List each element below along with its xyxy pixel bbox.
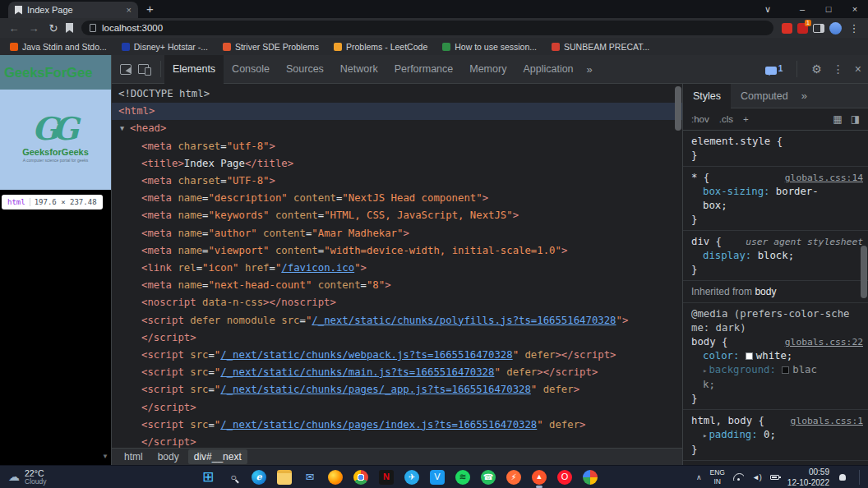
browser-tab[interactable]: Index Page × — [8, 2, 138, 18]
code-line[interactable]: <meta name="keywords" content="HTML, CSS… — [112, 207, 682, 224]
devtools-settings-icon[interactable]: ⚙ — [811, 62, 822, 76]
bookmark-item[interactable]: Problems - LeetCode — [334, 42, 427, 52]
photos-icon[interactable] — [583, 470, 598, 485]
chrome-icon[interactable] — [353, 470, 368, 485]
bookmark-item[interactable]: SUNBEAM PRECAT... — [552, 42, 649, 52]
css-selector[interactable]: body { — [691, 335, 727, 349]
side-panel-icon[interactable] — [813, 24, 824, 33]
inherited-target-link[interactable]: body — [755, 286, 776, 297]
devtools-tab-sources[interactable]: Sources — [278, 55, 332, 84]
code-line[interactable]: </script> — [112, 434, 682, 448]
pseudo-state-toggle[interactable]: :hov — [691, 114, 709, 124]
css-property[interactable]: ▸padding: 0; — [691, 428, 863, 443]
code-line[interactable]: <meta name="next-head-count" content="8"… — [112, 277, 682, 294]
start-icon[interactable]: ⊞ — [201, 470, 215, 485]
new-tab-button[interactable]: + — [146, 2, 154, 16]
class-toggle[interactable]: .cls — [719, 114, 733, 124]
more-tabs-icon[interactable]: » — [582, 63, 598, 76]
device-toolbar-icon[interactable] — [138, 64, 149, 74]
breadcrumb-item[interactable]: html — [118, 449, 149, 464]
devtools-tab-performance[interactable]: Performance — [386, 55, 462, 84]
show-desktop-button[interactable] — [859, 470, 860, 485]
url-text[interactable]: localhost:3000 — [102, 23, 163, 33]
code-line[interactable]: <meta name="viewport" content="width=dev… — [112, 242, 682, 260]
expand-shorthand-icon[interactable]: ▸ — [703, 431, 707, 440]
devtools-close-icon[interactable]: × — [855, 62, 861, 76]
code-line[interactable]: <script defer nomodule src="/_next/stati… — [112, 312, 682, 329]
code-line[interactable]: <meta charset="UTF-8"> — [112, 173, 682, 190]
code-line[interactable]: <script src="/_next/static/chunks/pages/… — [112, 417, 682, 434]
devtools-tab-network[interactable]: Network — [332, 55, 386, 84]
telegram-icon[interactable]: ✈ — [404, 470, 419, 485]
extension-badge-icon[interactable]: 1 — [797, 23, 808, 34]
wifi-icon[interactable] — [733, 473, 744, 481]
browser-menu-icon[interactable]: ⋮ — [847, 22, 861, 35]
devtools-tab-elements[interactable]: Elements — [164, 55, 224, 84]
window-close-button[interactable]: × — [842, 4, 868, 14]
postman-icon[interactable]: ⚡ — [506, 470, 521, 485]
bookmark-item[interactable]: Striver SDE Problems — [223, 42, 319, 52]
bookmark-item[interactable]: How to use session... — [442, 42, 537, 52]
firefox-icon[interactable] — [328, 470, 343, 485]
code-line[interactable]: <meta charset="utf-8"> — [112, 138, 682, 155]
code-line[interactable]: </script> — [112, 399, 682, 417]
file-explorer-icon[interactable] — [277, 470, 292, 485]
maximize-button[interactable]: □ — [815, 4, 842, 14]
language-indicator[interactable]: ENGIN — [710, 468, 725, 485]
bookmark-item[interactable]: Java Stdin and Stdo... — [10, 42, 107, 52]
notification-bell-icon[interactable] — [839, 474, 846, 481]
site-info-icon[interactable] — [90, 24, 96, 32]
code-line[interactable]: <script src="/_next/static/chunks/main.j… — [112, 364, 682, 381]
netflix-icon[interactable]: N — [379, 470, 394, 485]
code-line[interactable]: <title>Index Page</title> — [112, 155, 682, 173]
weather-widget[interactable]: ☁ 22°C Cloudy — [8, 468, 46, 486]
vscode-icon[interactable]: V — [430, 470, 445, 485]
extension-icon[interactable] — [782, 23, 792, 34]
console-drawer-icon[interactable]: 1 — [765, 64, 783, 75]
devtools-menu-icon[interactable]: ⋮ — [833, 62, 844, 76]
forward-button-icon[interactable]: → — [26, 22, 41, 35]
opera-icon[interactable]: O — [557, 470, 572, 485]
css-property[interactable]: ▸background: black; — [691, 363, 863, 392]
stylesheet-link[interactable]: globals.css:14 — [785, 171, 863, 185]
css-property[interactable]: display: block; — [691, 249, 863, 263]
devtools-tab-console[interactable]: Console — [224, 55, 278, 84]
volume-icon[interactable]: ◄) — [752, 473, 762, 481]
code-line[interactable]: <meta name="author" content="Amar Madhek… — [112, 225, 682, 242]
color-swatch[interactable] — [782, 366, 789, 374]
refresh-button-icon[interactable]: ↻ — [46, 22, 61, 35]
more-styles-tabs-icon[interactable]: » — [801, 90, 807, 102]
stylesheet-link[interactable]: globals.css:22 — [785, 335, 863, 349]
css-selector[interactable]: div { — [691, 235, 722, 249]
tab-close-icon[interactable]: × — [127, 5, 132, 15]
code-line[interactable]: <noscript data-n-css></noscript> — [112, 294, 682, 311]
styles-tab-styles[interactable]: Styles — [683, 84, 731, 108]
battery-icon[interactable] — [770, 475, 779, 480]
brave-icon[interactable]: ▲ — [532, 470, 547, 485]
breadcrumb-item[interactable]: div#__next — [188, 449, 247, 464]
new-style-rule-button[interactable]: + — [743, 114, 749, 124]
profile-avatar[interactable] — [829, 22, 842, 35]
styles-scrollbar[interactable] — [861, 246, 867, 298]
code-line[interactable]: <html> — [112, 103, 682, 120]
expand-shorthand-icon[interactable]: ▸ — [703, 366, 707, 375]
outlook-icon[interactable]: ✉ — [302, 470, 317, 485]
expand-arrow-icon[interactable]: ▼ — [120, 120, 130, 137]
hidden-icons-chevron[interactable]: ∧ — [696, 473, 702, 481]
stylesheet-link[interactable]: globals.css:1 — [791, 414, 863, 428]
page-scrollbar-down-icon[interactable]: ▼ — [102, 453, 108, 460]
clock-widget[interactable]: 00:5912-10-2022 — [787, 467, 829, 488]
inspect-element-icon[interactable] — [120, 64, 132, 75]
address-bar[interactable]: localhost:3000 — [81, 21, 773, 35]
styles-tab-computed[interactable]: Computed — [731, 84, 798, 108]
bookmarks-panel-icon[interactable] — [66, 23, 73, 33]
layout-grid-icon[interactable]: ▦ — [833, 113, 842, 125]
devtools-tab-application[interactable]: Application — [515, 55, 581, 84]
css-property[interactable]: box-sizing: border-box; — [691, 185, 863, 213]
breadcrumb-item[interactable]: body — [152, 449, 185, 464]
code-line[interactable]: </script> — [112, 329, 682, 347]
minimize-button[interactable]: – — [789, 4, 815, 14]
code-line[interactable]: <link rel="icon" href="/favicon.ico"> — [112, 260, 682, 277]
search-icon[interactable]: ○ — [226, 470, 241, 485]
elements-scrollbar[interactable] — [675, 86, 681, 131]
